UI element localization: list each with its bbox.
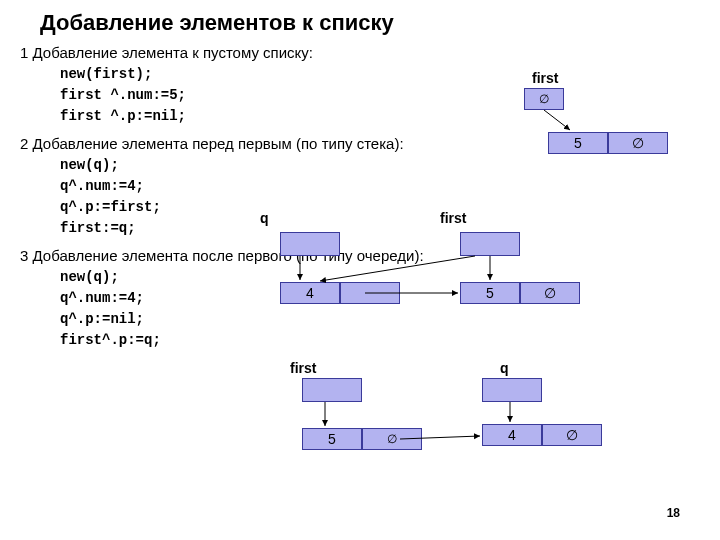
node5-ptr: ∅ [520,282,580,304]
node4-num: 4 [482,424,542,446]
q-label: q [260,210,269,226]
code-line: first^.p:=q; [60,330,720,351]
sec3-diagram: first q 5 ∅ 4 ∅ [270,360,690,480]
node5-num: 5 [302,428,362,450]
node-ptr: ∅ [608,132,668,154]
svg-line-2 [320,256,475,281]
first-label: first [440,210,466,226]
sec1-diagram: first ∅ 5 ∅ [500,70,700,160]
page-title: Добавление элементов к списку [0,0,720,40]
node5-ptr: ∅ [362,428,422,450]
first-label: first [532,70,558,86]
sec2-diagram: q first 4 5 ∅ [260,210,680,320]
node4-ptr: ∅ [542,424,602,446]
q-pointer-box [482,378,542,402]
svg-line-0 [544,110,570,130]
first-pointer-box: ∅ [524,88,564,110]
first-pointer-box [302,378,362,402]
node4-num: 4 [280,282,340,304]
node-num: 5 [548,132,608,154]
sec1-caption: 1 Добавление элемента к пустому списку: [0,44,720,61]
first-pointer-box [460,232,520,256]
page-number: 18 [667,506,680,520]
code-line: q^.num:=4; [60,176,720,197]
first-label: first [290,360,316,376]
q-pointer-box [280,232,340,256]
node5-num: 5 [460,282,520,304]
node4-ptr [340,282,400,304]
q-label: q [500,360,509,376]
